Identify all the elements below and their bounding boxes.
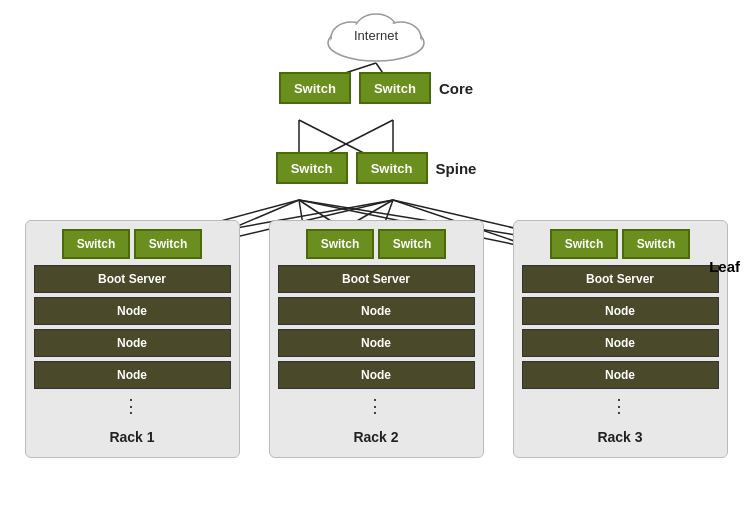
- rack-2-node-1: Node: [278, 297, 475, 325]
- rack-2-switch-2: Switch: [378, 229, 446, 259]
- cloud: Internet: [321, 8, 431, 63]
- diagram: Internet Switch Switch Core Switch Switc…: [0, 0, 752, 528]
- rack-2-node-2: Node: [278, 329, 475, 357]
- rack-1: Switch Switch Boot Server Node Node Node…: [25, 220, 240, 458]
- racks-area: Switch Switch Boot Server Node Node Node…: [10, 220, 742, 458]
- rack-1-switch-1: Switch: [62, 229, 130, 259]
- cloud-label: Internet: [354, 28, 398, 43]
- spine-row: Switch Switch Spine: [0, 152, 752, 184]
- rack-2-switches: Switch Switch: [306, 229, 446, 259]
- rack-2-label: Rack 2: [353, 429, 398, 445]
- rack-1-node-3: Node: [34, 361, 231, 389]
- rack-1-switches: Switch Switch: [62, 229, 202, 259]
- rack-1-switch-2: Switch: [134, 229, 202, 259]
- rack-2: Switch Switch Boot Server Node Node Node…: [269, 220, 484, 458]
- rack-3-label: Rack 3: [597, 429, 642, 445]
- rack-3-node-1: Node: [522, 297, 719, 325]
- rack-2-boot-server: Boot Server: [278, 265, 475, 293]
- rack-3-boot-server: Boot Server: [522, 265, 719, 293]
- spine-switch-1: Switch: [276, 152, 348, 184]
- rack-3-dots: ⋮: [610, 395, 631, 417]
- rack-1-dots: ⋮: [122, 395, 143, 417]
- spine-switch-2: Switch: [356, 152, 428, 184]
- core-row: Switch Switch Core: [0, 72, 752, 104]
- spine-label: Spine: [436, 160, 477, 177]
- rack-3-switch-2: Switch: [622, 229, 690, 259]
- rack-1-label: Rack 1: [109, 429, 154, 445]
- core-label: Core: [439, 80, 473, 97]
- leaf-label: Leaf: [709, 258, 740, 275]
- rack-1-node-1: Node: [34, 297, 231, 325]
- core-switch-2: Switch: [359, 72, 431, 104]
- rack-3-node-2: Node: [522, 329, 719, 357]
- core-switch-1: Switch: [279, 72, 351, 104]
- rack-3-switch-1: Switch: [550, 229, 618, 259]
- rack-2-node-3: Node: [278, 361, 475, 389]
- rack-2-switch-1: Switch: [306, 229, 374, 259]
- rack-1-node-2: Node: [34, 329, 231, 357]
- rack-1-boot-server: Boot Server: [34, 265, 231, 293]
- rack-2-dots: ⋮: [366, 395, 387, 417]
- rack-3-switches: Switch Switch: [550, 229, 690, 259]
- rack-3-node-3: Node: [522, 361, 719, 389]
- rack-3: Switch Switch Boot Server Node Node Node…: [513, 220, 728, 458]
